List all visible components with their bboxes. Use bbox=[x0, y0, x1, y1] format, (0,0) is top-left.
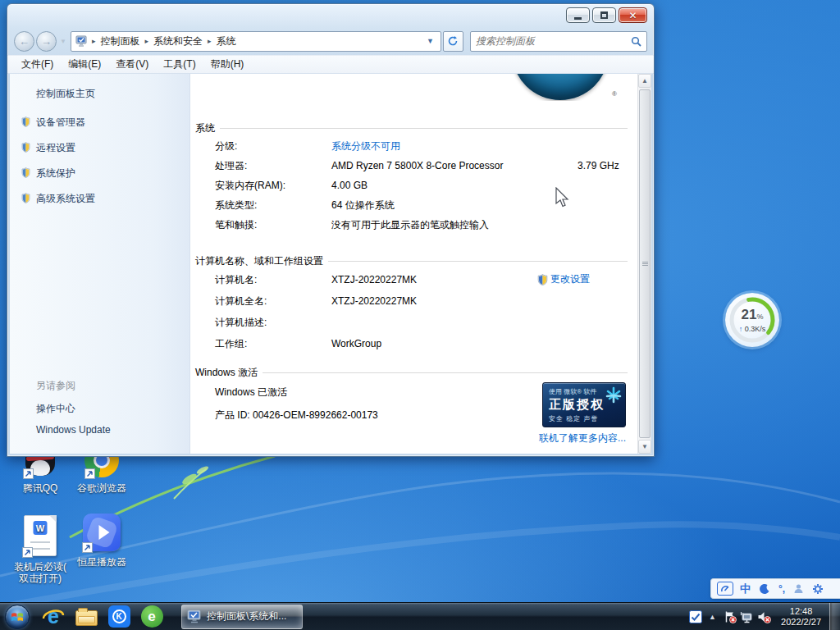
genuine-star-icon bbox=[605, 386, 623, 405]
start-button[interactable] bbox=[5, 605, 30, 629]
address-bar[interactable]: ▸ 控制面板 ▸ 系统和安全 ▸ 系统 ▼ bbox=[71, 31, 441, 52]
genuine-microsoft-badge[interactable]: 使用 微软® 软件 正版授权 安全 稳定 声誉 bbox=[542, 382, 626, 427]
night-mode-icon[interactable] bbox=[759, 583, 770, 595]
breadcrumb-control-panel[interactable]: 控制面板 bbox=[95, 34, 144, 48]
main-content: ® 系统 分级: 系统分级不可用 处理器: AMD Ryzen 7 5800X … bbox=[190, 74, 637, 454]
refresh-button[interactable] bbox=[443, 31, 463, 52]
upload-arrow-icon: ↑ bbox=[739, 325, 743, 333]
navigation-bar: ← → ▼ ▸ 控制面板 ▸ 系统和安全 ▸ 系统 ▼ bbox=[7, 27, 654, 55]
ie-icon: e bbox=[41, 605, 66, 628]
row-computer-fullname: 计算机全名: XTZJ-20220227MK bbox=[195, 290, 637, 312]
row-computer-description: 计算机描述: bbox=[195, 312, 637, 333]
history-dropdown-icon[interactable]: ▼ bbox=[60, 38, 66, 45]
see-also-header: 另请参阅 bbox=[36, 379, 189, 393]
row-cpu: 处理器: AMD Ryzen 7 5800X 8-Core Processor … bbox=[195, 156, 637, 176]
scroll-down-arrow[interactable]: ▼ bbox=[638, 440, 651, 454]
taskbar-explorer-button[interactable] bbox=[70, 603, 103, 630]
close-button[interactable]: ✕ bbox=[619, 7, 647, 23]
sidebar: 控制面板主页 设备管理器 bbox=[10, 74, 190, 454]
sidebar-item-windows-update[interactable]: Windows Update bbox=[36, 424, 189, 436]
tray-hidden-icons-arrow[interactable]: ▲ bbox=[704, 603, 721, 630]
desktop-icon-player[interactable]: 恒星播放器 bbox=[71, 514, 133, 568]
scroll-up-arrow[interactable]: ▲ bbox=[638, 74, 651, 88]
sidebar-item-action-center[interactable]: 操作中心 bbox=[36, 402, 189, 416]
shortcut-arrow-icon bbox=[22, 547, 33, 558]
user-icon[interactable] bbox=[793, 583, 804, 594]
taskbar: e K e 控制面板\系统和... ▲ bbox=[0, 602, 840, 630]
system-icon bbox=[75, 35, 89, 47]
menu-bar: 文件(F) 编辑(E) 查看(V) 工具(T) 帮助(H) bbox=[7, 55, 654, 74]
learn-more-link[interactable]: 联机了解更多内容... bbox=[539, 431, 626, 445]
rating-unavailable-link[interactable]: 系统分级不可用 bbox=[331, 139, 400, 153]
uac-shield-icon bbox=[21, 167, 30, 178]
desktop-icon-label: 恒星播放器 bbox=[71, 556, 133, 568]
uac-shield-icon bbox=[21, 193, 30, 203]
breadcrumb-system[interactable]: 系统 bbox=[212, 34, 241, 48]
menu-help[interactable]: 帮助(H) bbox=[203, 55, 252, 74]
tray-action-center-icon[interactable] bbox=[721, 603, 738, 630]
taskbar-k-app-button[interactable]: K bbox=[103, 603, 135, 630]
row-computer-name: 计算机名: XTZJ-20220227MK bbox=[195, 269, 637, 290]
menu-edit[interactable]: 编辑(E) bbox=[61, 55, 108, 74]
ime-language-toggle[interactable]: 中 bbox=[740, 582, 751, 596]
tray-clock[interactable]: 12:48 2022/2/27 bbox=[781, 606, 821, 628]
menu-view[interactable]: 查看(V) bbox=[108, 55, 156, 74]
punctuation-toggle-icon[interactable]: °, bbox=[778, 583, 785, 595]
refresh-icon bbox=[447, 35, 459, 47]
sidebar-item-remote-settings[interactable]: 远程设置 bbox=[10, 135, 189, 161]
settings-gear-icon[interactable] bbox=[812, 583, 824, 595]
show-desktop-button[interactable] bbox=[829, 603, 840, 630]
search-input[interactable] bbox=[476, 35, 631, 47]
row-ram: 安装内存(RAM): 4.00 GB bbox=[195, 176, 637, 195]
row-os-type: 系统类型: 64 位操作系统 bbox=[195, 195, 637, 215]
titlebar[interactable]: ✕ bbox=[7, 4, 654, 27]
sidebar-item-system-protection[interactable]: 系统保护 bbox=[10, 161, 189, 186]
system-window-icon bbox=[187, 609, 203, 623]
desktop-icon-readme[interactable]: W 装机后必读( 双击打开) bbox=[3, 515, 77, 584]
tray-security-check-icon[interactable] bbox=[687, 603, 704, 630]
restore-button[interactable] bbox=[592, 7, 616, 23]
address-dropdown-icon[interactable]: ▼ bbox=[424, 37, 436, 45]
taskbar-ie-button[interactable]: e bbox=[37, 603, 70, 630]
window-body: 控制面板主页 设备管理器 bbox=[10, 74, 651, 454]
row-rating: 分级: 系统分级不可用 bbox=[195, 136, 637, 156]
search-icon[interactable] bbox=[631, 36, 641, 47]
net-speed-widget[interactable]: 21% ↑ 0.3K/s bbox=[725, 293, 779, 347]
row-pen-touch: 笔和触摸: 没有可用于此显示器的笔或触控输入 bbox=[195, 215, 637, 235]
forward-button[interactable]: → bbox=[36, 31, 57, 52]
section-system: 系统 分级: 系统分级不可用 处理器: AMD Ryzen 7 5800X 8-… bbox=[195, 120, 637, 235]
green-browser-icon: e bbox=[141, 605, 163, 628]
windows-flag-icon bbox=[11, 610, 24, 623]
taskbar-active-window-button[interactable]: 控制面板\系统和... bbox=[181, 605, 303, 629]
cpu-speed: 3.79 GHz bbox=[578, 159, 619, 172]
tray-volume-muted-icon[interactable] bbox=[756, 603, 773, 630]
vertical-scrollbar[interactable]: ▲ ▼ bbox=[637, 74, 651, 454]
ime-status-icon[interactable] bbox=[717, 582, 733, 596]
taskbar-green-browser-button[interactable]: e bbox=[135, 603, 168, 630]
section-title: Windows 激活 bbox=[195, 366, 258, 380]
section-title: 计算机名称、域和工作组设置 bbox=[195, 254, 323, 268]
menu-file[interactable]: 文件(F) bbox=[14, 55, 61, 74]
search-box[interactable] bbox=[470, 31, 647, 52]
system-window: ✕ ← → ▼ ▸ 控制面板 ▸ 系统和安全 ▸ 系统 ▼ bbox=[7, 3, 655, 457]
menu-tools[interactable]: 工具(T) bbox=[156, 55, 203, 74]
system-tray: ▲ 12:48 2022/2/27 bbox=[687, 603, 840, 630]
shortcut-arrow-icon bbox=[84, 468, 95, 479]
shortcut-arrow-icon bbox=[23, 468, 34, 479]
desktop: 腾讯QQ 谷歌浏览器 W 装机后必读( 双击打开) bbox=[0, 0, 840, 630]
minimize-button[interactable] bbox=[566, 7, 590, 23]
ime-toolbar: 中 °, bbox=[710, 578, 840, 599]
uac-shield-icon bbox=[21, 116, 30, 127]
svg-text:e: e bbox=[48, 605, 59, 628]
scrollbar-thumb[interactable] bbox=[639, 89, 651, 438]
sidebar-item-device-manager[interactable]: 设备管理器 bbox=[10, 110, 189, 135]
sidebar-item-control-panel-home[interactable]: 控制面板主页 bbox=[36, 87, 95, 101]
section-activation: Windows 激活 Windows 已激活 产品 ID: 00426-OEM-… bbox=[195, 364, 637, 427]
breadcrumb-system-security[interactable]: 系统和安全 bbox=[148, 34, 208, 48]
back-button[interactable]: ← bbox=[14, 31, 34, 52]
shortcut-arrow-icon bbox=[82, 542, 93, 553]
tray-network-icon[interactable] bbox=[738, 603, 756, 630]
registered-mark: ® bbox=[612, 90, 617, 98]
sidebar-item-advanced-settings[interactable]: 高级系统设置 bbox=[10, 186, 189, 212]
desktop-icon-label: 谷歌浏览器 bbox=[69, 482, 135, 494]
